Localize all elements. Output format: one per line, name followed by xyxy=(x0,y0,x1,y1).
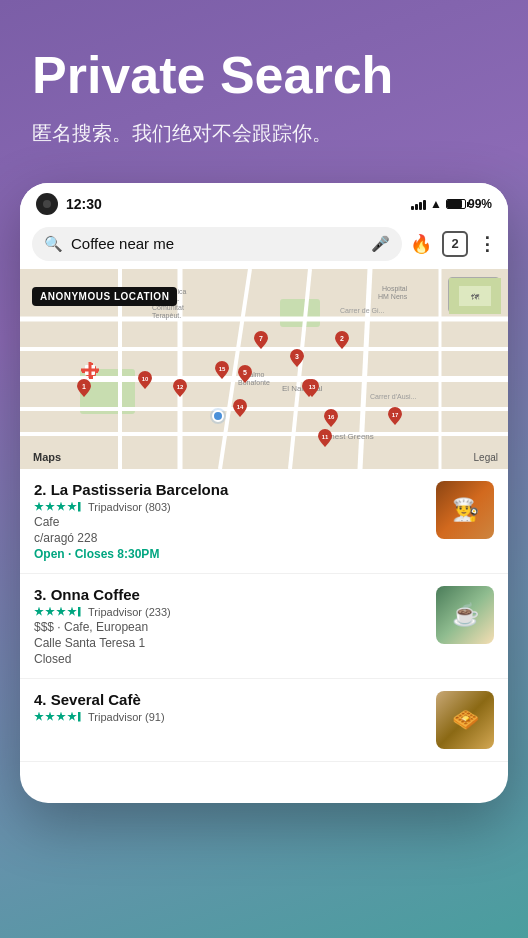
stars-3 xyxy=(34,712,83,722)
rating-row-2: Tripadvisor (233) xyxy=(34,606,426,618)
search-icon: 🔍 xyxy=(44,235,63,253)
svg-text:12: 12 xyxy=(177,384,184,390)
signal-icon xyxy=(411,198,426,210)
map-container: Carrer de Gi... Carrer d'Ausi... Clínica… xyxy=(20,269,508,469)
stars-2 xyxy=(34,607,83,617)
stars-1 xyxy=(34,502,83,512)
svg-text:13: 13 xyxy=(309,384,316,390)
phone-mockup: 12:30 ▲ 99% 🔍 Coffee near me 🎤 🔥 2 xyxy=(20,183,508,803)
svg-text:7: 7 xyxy=(259,335,263,342)
toolbar-icons: 🔥 2 ⋮ xyxy=(410,231,496,257)
result-image-1: 👨‍🍳 xyxy=(436,481,494,539)
result-name-1: 2. La Pastisseria Barcelona xyxy=(34,481,426,498)
search-query: Coffee near me xyxy=(71,235,363,252)
anonymous-location-label: ANONYMOUS LOCATION xyxy=(32,287,177,306)
hero-title: Private Search xyxy=(32,48,496,103)
image-placeholder-1: 👨‍🍳 xyxy=(436,481,494,539)
microphone-icon[interactable]: 🎤 xyxy=(371,235,390,253)
status-left: 12:30 xyxy=(36,193,102,215)
svg-text:10: 10 xyxy=(142,376,149,382)
svg-text:16: 16 xyxy=(328,414,335,420)
result-type-1: Cafe xyxy=(34,515,426,529)
tab-count-badge[interactable]: 2 xyxy=(442,231,468,257)
result-item-3[interactable]: 4. Several Cafè Tripadvisor (91) xyxy=(20,679,508,762)
svg-text:5: 5 xyxy=(243,369,247,376)
result-type-2: $$$ · Cafe, European xyxy=(34,620,426,634)
status-time: 12:30 xyxy=(66,196,102,212)
tripadvisor-text-3: Tripadvisor (91) xyxy=(88,711,165,723)
result-name-3: 4. Several Cafè xyxy=(34,691,426,708)
svg-text:Hospital: Hospital xyxy=(382,285,408,293)
svg-text:Carrer d'Ausi...: Carrer d'Ausi... xyxy=(370,393,417,400)
result-name-2: 3. Onna Coffee xyxy=(34,586,426,603)
svg-text:14: 14 xyxy=(237,404,244,410)
svg-text:3: 3 xyxy=(295,353,299,360)
result-image-2: ☕ xyxy=(436,586,494,644)
flame-icon[interactable]: 🔥 xyxy=(410,233,432,255)
svg-rect-31 xyxy=(81,368,99,371)
battery-indicator: 99% xyxy=(446,197,492,211)
svg-text:Carrer de Gi...: Carrer de Gi... xyxy=(340,307,384,314)
svg-text:15: 15 xyxy=(219,366,226,372)
rating-row-3: Tripadvisor (91) xyxy=(34,711,426,723)
camera-icon xyxy=(36,193,58,215)
status-right: ▲ 99% xyxy=(411,197,492,211)
tripadvisor-text-1: Tripadvisor (803) xyxy=(88,501,171,513)
apple-maps-label: Maps xyxy=(30,451,61,463)
result-status-2: Closed xyxy=(34,652,426,666)
map-thumbnail: 🗺 xyxy=(448,277,500,313)
results-list: 2. La Pastisseria Barcelona Tripadvisor … xyxy=(20,469,508,762)
result-item-2[interactable]: 3. Onna Coffee Tripadvisor (233) xyxy=(20,574,508,679)
rating-row-1: Tripadvisor (803) xyxy=(34,501,426,513)
svg-text:Terapèut.: Terapèut. xyxy=(152,312,181,320)
svg-text:HM Nens: HM Nens xyxy=(378,293,408,300)
hero-subtitle: 匿名搜索。我们绝对不会跟踪你。 xyxy=(32,119,496,147)
result-address-2: Calle Santa Teresa 1 xyxy=(34,636,426,650)
tripadvisor-text-2: Tripadvisor (233) xyxy=(88,606,171,618)
result-address-1: c/aragó 228 xyxy=(34,531,426,545)
result-status-1: Open · Closes 8:30PM xyxy=(34,547,426,561)
svg-text:1: 1 xyxy=(82,383,86,390)
result-info-2: 3. Onna Coffee Tripadvisor (233) xyxy=(34,586,426,666)
image-placeholder-3: 🧇 xyxy=(436,691,494,749)
result-image-3: 🧇 xyxy=(436,691,494,749)
result-item-1[interactable]: 2. La Pastisseria Barcelona Tripadvisor … xyxy=(20,469,508,574)
more-options-icon[interactable]: ⋮ xyxy=(478,233,496,255)
svg-point-33 xyxy=(213,411,223,421)
search-bar-row: 🔍 Coffee near me 🎤 🔥 2 ⋮ xyxy=(20,221,508,269)
result-info-3: 4. Several Cafè Tripadvisor (91) xyxy=(34,691,426,725)
svg-text:🗺: 🗺 xyxy=(471,293,480,302)
svg-text:11: 11 xyxy=(322,434,329,440)
svg-rect-2 xyxy=(280,299,320,327)
result-info-1: 2. La Pastisseria Barcelona Tripadvisor … xyxy=(34,481,426,561)
legal-label: Legal xyxy=(474,452,498,463)
svg-text:17: 17 xyxy=(392,412,399,418)
status-bar: 12:30 ▲ 99% xyxy=(20,183,508,221)
svg-text:2: 2 xyxy=(340,335,344,342)
image-placeholder-2: ☕ xyxy=(436,586,494,644)
wifi-icon: ▲ xyxy=(430,197,442,211)
search-input-wrap[interactable]: 🔍 Coffee near me 🎤 xyxy=(32,227,402,261)
hero-section: Private Search 匿名搜索。我们绝对不会跟踪你。 xyxy=(0,0,528,171)
battery-text: 99% xyxy=(468,197,492,211)
